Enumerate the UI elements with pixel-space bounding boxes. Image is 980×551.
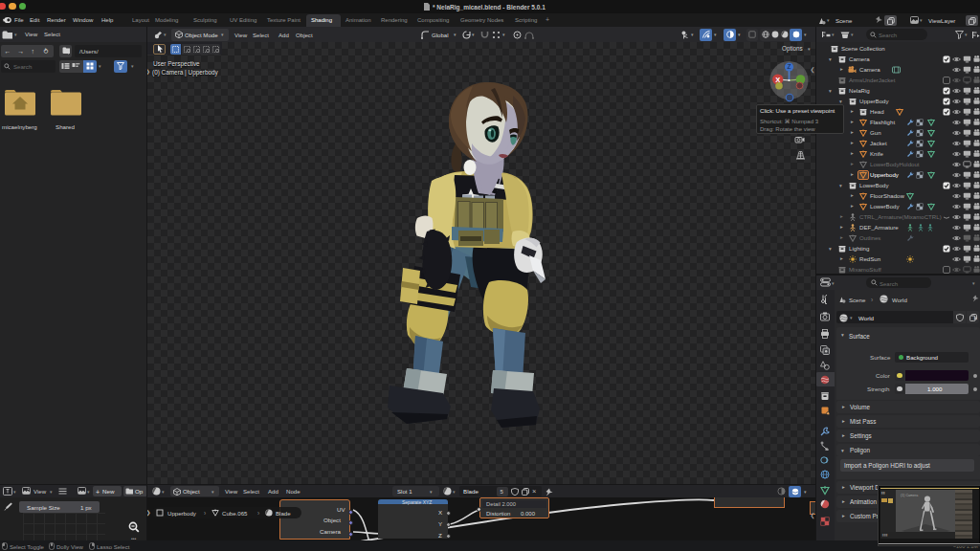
svg-text:(1) Camera: (1) Camera (901, 494, 918, 497)
svg-text:Z: Z (788, 63, 791, 70)
